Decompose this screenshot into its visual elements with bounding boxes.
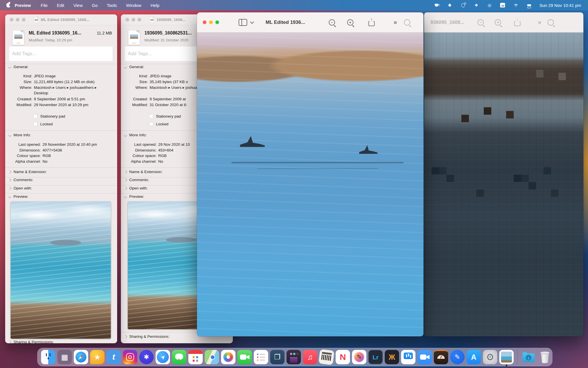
zoom-window-icon[interactable] xyxy=(138,18,141,22)
disclosure-closed-icon[interactable] xyxy=(8,187,11,190)
locked-checkbox[interactable] xyxy=(149,122,153,126)
dock-lightroom[interactable]: Lr xyxy=(368,350,383,364)
locked-checkbox[interactable] xyxy=(33,122,38,126)
chevron-down-icon[interactable] xyxy=(250,20,254,24)
menu-clock[interactable]: Sun 29 Nov 10:41 pm xyxy=(539,3,581,8)
disclosure-open-icon[interactable] xyxy=(124,195,127,198)
calendar-icon[interactable]: 29 xyxy=(500,2,506,8)
disclosure-closed-icon[interactable] xyxy=(124,187,127,190)
dock-system-preferences[interactable]: ⚙ xyxy=(483,350,497,364)
name-extension-section-header[interactable]: Name & Extension: xyxy=(9,170,47,174)
zoom-out-icon[interactable]: − xyxy=(477,19,484,26)
caffeinate-cup-icon[interactable] xyxy=(434,2,440,8)
sidebar-toggle-icon[interactable] xyxy=(239,19,247,26)
zoom-in-icon[interactable]: + xyxy=(495,19,501,26)
share-icon[interactable] xyxy=(368,19,375,26)
dock-fantastical[interactable] xyxy=(188,350,203,364)
preview-section-header[interactable]: Preview: xyxy=(124,194,144,199)
dock-micro-blog[interactable]: ★ xyxy=(90,350,105,364)
dock-safari[interactable] xyxy=(74,350,88,364)
name-extension-section-header[interactable]: Name & Extension: xyxy=(124,170,163,174)
dock-facetime[interactable] xyxy=(237,350,252,364)
close-icon[interactable] xyxy=(125,18,129,22)
disclosure-open-icon[interactable] xyxy=(8,65,11,68)
dock-reminders[interactable] xyxy=(254,350,268,364)
dock-app-store[interactable]: A xyxy=(467,350,481,364)
stationery-pad-checkbox[interactable] xyxy=(33,114,38,118)
disclosure-open-icon[interactable] xyxy=(8,195,11,198)
menu-window[interactable]: Window xyxy=(126,3,141,8)
toolbar-overflow-icon[interactable]: » xyxy=(538,19,541,26)
wifi-icon[interactable] xyxy=(513,2,519,8)
dock-drafts[interactable]: ✎ xyxy=(450,350,465,364)
dock-ferrite[interactable] xyxy=(287,350,301,364)
dock-audio-hijack[interactable] xyxy=(434,350,448,364)
close-icon[interactable] xyxy=(203,20,206,24)
close-icon[interactable] xyxy=(10,18,13,22)
zoom-window-icon[interactable] xyxy=(22,18,26,22)
stationery-pad-checkbox[interactable] xyxy=(149,114,153,118)
backup-disc-icon[interactable]: ◎ xyxy=(487,2,492,8)
control-toggles-icon[interactable] xyxy=(526,2,532,8)
add-tags-input[interactable] xyxy=(9,47,113,61)
dock-keynote[interactable] xyxy=(401,350,415,364)
general-section-header[interactable]: General: xyxy=(124,65,144,69)
comments-section-header[interactable]: Comments: xyxy=(124,178,149,182)
disclosure-open-icon[interactable] xyxy=(124,133,127,137)
menu-go[interactable]: Go xyxy=(92,3,98,8)
disclosure-open-icon[interactable] xyxy=(124,65,127,68)
sharing-section-header[interactable]: Sharing & Permissions: xyxy=(124,334,169,339)
search-icon[interactable] xyxy=(404,19,410,26)
open-with-section-header[interactable]: Open with: xyxy=(124,186,148,190)
more-info-section-header[interactable]: More Info: xyxy=(9,133,31,137)
ink-droplet-icon[interactable] xyxy=(447,2,453,8)
disclosure-closed-icon[interactable] xyxy=(124,170,127,173)
dock-instagram[interactable] xyxy=(123,350,137,364)
open-with-section-header[interactable]: Open with: xyxy=(9,186,32,190)
menu-edit[interactable]: Edit xyxy=(57,3,64,8)
disclosure-closed-icon[interactable] xyxy=(8,340,11,343)
disclosure-open-icon[interactable] xyxy=(8,133,11,137)
preview-toolbar[interactable]: ML Edited 1936... − + » xyxy=(197,12,423,32)
background-window-toolbar[interactable]: 936095_1608... − + » xyxy=(424,12,583,32)
dock-photos[interactable] xyxy=(221,350,235,364)
zoom-window-icon[interactable] xyxy=(215,20,219,24)
dock-zoom[interactable] xyxy=(417,350,432,364)
dock-maps[interactable] xyxy=(205,350,219,364)
dock-pixelmator[interactable]: ✎ xyxy=(352,350,366,364)
sharing-section-header[interactable]: Sharing & Permissions: xyxy=(9,340,54,343)
disclosure-closed-icon[interactable] xyxy=(8,170,11,173)
general-section-header[interactable]: General: xyxy=(9,65,28,69)
disclosure-closed-icon[interactable] xyxy=(8,178,11,181)
apple-menu-icon[interactable] xyxy=(6,3,11,7)
dock-apple-news[interactable]: N xyxy=(336,350,350,364)
minimize-icon[interactable] xyxy=(131,18,135,22)
disclosure-closed-icon[interactable] xyxy=(124,335,127,338)
preview-section-header[interactable]: Preview: xyxy=(9,194,28,199)
share-icon[interactable] xyxy=(514,19,521,26)
zoom-out-icon[interactable]: − xyxy=(329,19,335,26)
dock-ulysses[interactable]: Ж xyxy=(385,350,399,364)
minimize-icon[interactable] xyxy=(209,20,213,24)
menu-app-name[interactable]: Preview xyxy=(15,3,31,8)
dock-twitter[interactable]: t xyxy=(107,350,121,364)
comments-section-header[interactable]: Comments: xyxy=(9,178,33,182)
minimize-icon[interactable] xyxy=(16,18,20,22)
dock-downloads[interactable]: ↓ xyxy=(521,350,536,364)
capture-ring-icon[interactable] xyxy=(460,2,466,8)
dock-window-manager[interactable]: ❐ xyxy=(270,350,285,364)
menu-tools[interactable]: Tools xyxy=(107,3,117,8)
info1-titlebar[interactable]: ML Edited 1936095_1608... xyxy=(5,14,117,25)
menu-help[interactable]: Help xyxy=(150,3,159,8)
dock-hand-mirror[interactable]: ✱ xyxy=(139,350,154,364)
menu-file[interactable]: File xyxy=(41,3,48,8)
more-info-section-header[interactable]: More Info: xyxy=(124,133,147,137)
dock-trash[interactable] xyxy=(538,350,552,364)
dock-launchpad[interactable]: ▦ xyxy=(57,350,72,364)
toolbar-overflow-icon[interactable]: » xyxy=(394,19,397,26)
dock-finder[interactable] xyxy=(41,350,55,364)
search-icon[interactable] xyxy=(548,19,554,26)
zoom-in-icon[interactable]: + xyxy=(347,19,353,26)
dock-messages[interactable] xyxy=(172,350,186,364)
dock-preview-app[interactable] xyxy=(499,350,514,364)
